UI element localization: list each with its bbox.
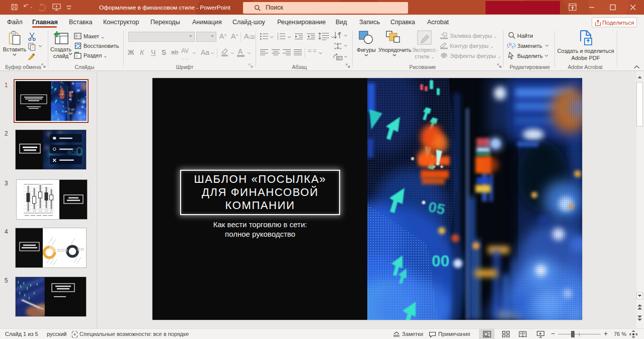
svg-text:c: c [512, 44, 514, 49]
svg-text:3: 3 [277, 38, 279, 40]
svg-text:A: A [338, 32, 340, 36]
